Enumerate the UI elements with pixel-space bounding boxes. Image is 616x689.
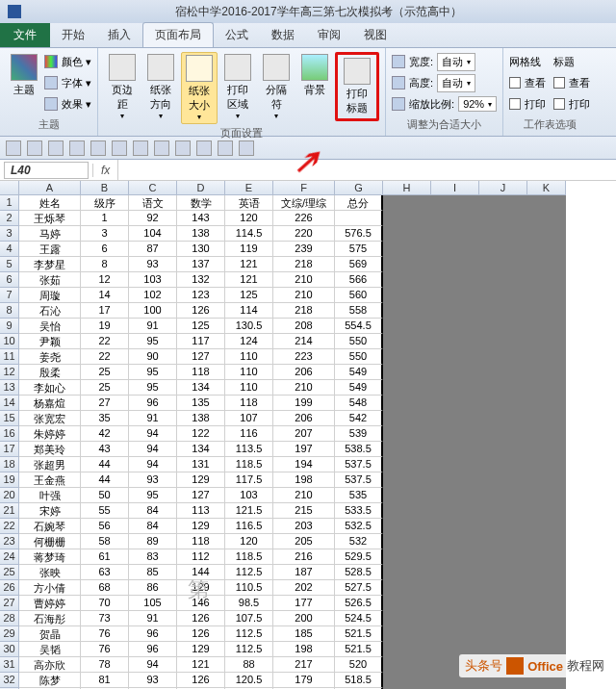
cell[interactable]: [527, 211, 566, 226]
cell[interactable]: 520: [335, 657, 383, 673]
cell[interactable]: 528.5: [335, 565, 383, 580]
cell[interactable]: [431, 303, 479, 319]
cell[interactable]: 110.5: [225, 580, 273, 596]
tab-3[interactable]: 公式: [214, 23, 260, 47]
margins-button[interactable]: 页边距▾: [104, 52, 141, 122]
cell[interactable]: 陈梦: [19, 673, 81, 688]
cell[interactable]: 93: [129, 257, 177, 272]
cell[interactable]: 90: [129, 349, 177, 365]
spreadsheet[interactable]: ABCDEFGHIJK1姓名级序语文数学英语文综/理综总分2王烁琴1921431…: [0, 181, 616, 689]
cell[interactable]: 538.5: [335, 442, 383, 457]
cell[interactable]: 185: [273, 626, 335, 642]
cell[interactable]: [527, 411, 566, 426]
cell[interactable]: [431, 257, 479, 272]
cell[interactable]: [479, 365, 527, 380]
cell[interactable]: 112.5: [225, 642, 273, 657]
cell[interactable]: [527, 580, 566, 596]
cell[interactable]: [383, 288, 431, 303]
cell[interactable]: [383, 519, 431, 534]
cell[interactable]: [527, 303, 566, 319]
cell[interactable]: [383, 534, 431, 549]
row-header[interactable]: 28: [0, 611, 19, 626]
cell[interactable]: 44: [81, 457, 129, 472]
cell[interactable]: [383, 580, 431, 596]
cell[interactable]: 125: [177, 319, 225, 334]
cell[interactable]: 高亦欣: [19, 657, 81, 673]
cell[interactable]: [527, 272, 566, 288]
row-header[interactable]: 20: [0, 488, 19, 503]
cell[interactable]: 210: [273, 380, 335, 396]
row-header[interactable]: 18: [0, 457, 19, 472]
cell[interactable]: 张超男: [19, 457, 81, 472]
cell[interactable]: 25: [81, 365, 129, 380]
cell[interactable]: 91: [129, 611, 177, 626]
cell[interactable]: [527, 349, 566, 365]
cell[interactable]: [479, 626, 527, 642]
cell[interactable]: 532: [335, 534, 383, 549]
tab-1[interactable]: 插入: [96, 23, 142, 47]
cell[interactable]: 203: [273, 519, 335, 534]
cell[interactable]: 113: [177, 503, 225, 519]
cell[interactable]: 112: [177, 549, 225, 565]
row-header[interactable]: 17: [0, 442, 19, 457]
cell[interactable]: 王露: [19, 242, 81, 257]
cell[interactable]: 85: [129, 565, 177, 580]
cell[interactable]: 529.5: [335, 549, 383, 565]
col-header[interactable]: I: [431, 181, 479, 195]
cell[interactable]: 19: [81, 319, 129, 334]
cell[interactable]: 206: [273, 365, 335, 380]
row-header[interactable]: 14: [0, 396, 19, 411]
qat-save-icon[interactable]: [6, 140, 21, 156]
cell[interactable]: [383, 657, 431, 673]
size-button[interactable]: 纸张大小▾: [181, 52, 218, 124]
cell[interactable]: [527, 442, 566, 457]
cell[interactable]: 94: [129, 657, 177, 673]
cell[interactable]: 126: [177, 611, 225, 626]
cell[interactable]: [383, 303, 431, 319]
cell[interactable]: 112.5: [225, 626, 273, 642]
cell[interactable]: 蒋梦琦: [19, 549, 81, 565]
cell[interactable]: [431, 349, 479, 365]
col-header[interactable]: E: [225, 181, 273, 195]
cell[interactable]: 208: [273, 319, 335, 334]
qat-redo-icon[interactable]: [48, 140, 64, 156]
cell[interactable]: 郑美玲: [19, 442, 81, 457]
cell[interactable]: 96: [129, 642, 177, 657]
width-dropdown[interactable]: 自动: [437, 53, 475, 71]
row-header[interactable]: 23: [0, 534, 19, 549]
cell[interactable]: 569: [335, 257, 383, 272]
cell[interactable]: 117: [177, 334, 225, 349]
row-header[interactable]: 31: [0, 657, 19, 673]
cell[interactable]: [479, 211, 527, 226]
cell[interactable]: [479, 226, 527, 242]
cell[interactable]: 78: [81, 657, 129, 673]
col-header[interactable]: H: [383, 181, 431, 195]
cell[interactable]: 50: [81, 488, 129, 503]
qat-icon[interactable]: [90, 140, 106, 156]
cell[interactable]: 120: [225, 211, 273, 226]
cell[interactable]: [383, 488, 431, 503]
cell[interactable]: 532.5: [335, 519, 383, 534]
cell[interactable]: 550: [335, 334, 383, 349]
cell[interactable]: [431, 396, 479, 411]
col-header[interactable]: A: [19, 181, 81, 195]
cell[interactable]: 117.5: [225, 472, 273, 488]
headings-print-checkbox[interactable]: [553, 98, 565, 110]
cell[interactable]: 李如心: [19, 380, 81, 396]
cell[interactable]: 杨嘉煊: [19, 396, 81, 411]
qat-icon[interactable]: [218, 140, 233, 156]
cell[interactable]: [527, 611, 566, 626]
row-header[interactable]: 7: [0, 288, 19, 303]
cell[interactable]: 1: [81, 211, 129, 226]
cell[interactable]: 177: [273, 596, 335, 611]
cell[interactable]: 语文: [129, 195, 177, 211]
cell[interactable]: [383, 426, 431, 442]
cell[interactable]: 214: [273, 334, 335, 349]
cell[interactable]: 70: [81, 596, 129, 611]
cell[interactable]: [383, 442, 431, 457]
cell[interactable]: 贺晶: [19, 626, 81, 642]
cell[interactable]: [479, 442, 527, 457]
cell[interactable]: [479, 288, 527, 303]
cell[interactable]: 总分: [335, 195, 383, 211]
row-header[interactable]: 15: [0, 411, 19, 426]
